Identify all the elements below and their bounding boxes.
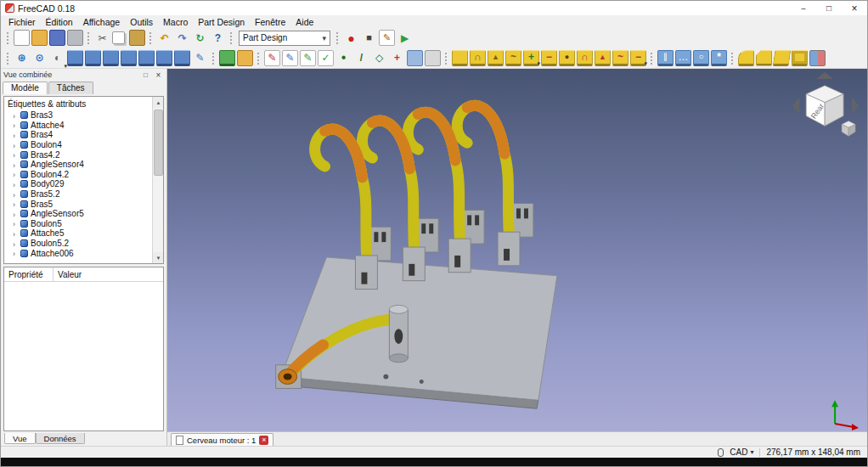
expand-chevron-icon[interactable] bbox=[13, 179, 20, 189]
new-document-icon[interactable] bbox=[14, 30, 30, 46]
expand-chevron-icon[interactable] bbox=[13, 169, 20, 179]
toolbar-grip[interactable] bbox=[211, 52, 216, 65]
subtractive-primitive-icon[interactable] bbox=[630, 50, 646, 66]
expand-chevron-icon[interactable] bbox=[13, 110, 20, 121]
workbench-selector[interactable]: Part Design bbox=[239, 31, 330, 46]
minimize-button[interactable] bbox=[791, 1, 816, 15]
tree-item[interactable]: Bras5 bbox=[4, 199, 163, 209]
view-left-icon[interactable] bbox=[174, 50, 190, 66]
tree-item[interactable]: Bras4.2 bbox=[4, 149, 163, 160]
print-icon[interactable] bbox=[67, 30, 83, 46]
whats-this-icon[interactable] bbox=[210, 30, 226, 46]
view-bottom-icon[interactable] bbox=[156, 50, 172, 66]
menu-aide[interactable]: Aide bbox=[290, 17, 318, 27]
map-sketch-icon[interactable] bbox=[300, 50, 316, 66]
fit-all-icon[interactable] bbox=[14, 50, 30, 66]
edit-sketch-icon[interactable] bbox=[282, 50, 298, 66]
tree-item[interactable]: Attache006 bbox=[4, 248, 163, 258]
toolbar-grip[interactable] bbox=[256, 52, 261, 65]
macro-execute-icon[interactable] bbox=[397, 30, 413, 46]
datum-line-icon[interactable] bbox=[353, 50, 369, 66]
maximize-button[interactable] bbox=[816, 1, 842, 15]
toolbar-grip[interactable] bbox=[87, 31, 91, 44]
tree-scrollbar[interactable] bbox=[152, 97, 163, 263]
tab-vue[interactable]: Vue bbox=[4, 433, 36, 444]
view-rear-icon[interactable] bbox=[138, 50, 155, 66]
tree-item[interactable]: Body029 bbox=[4, 179, 163, 189]
view-front-icon[interactable] bbox=[85, 50, 101, 66]
close-button[interactable] bbox=[842, 1, 867, 15]
value-column-header[interactable]: Valeur bbox=[54, 270, 82, 279]
paste-icon[interactable] bbox=[129, 30, 145, 46]
tab-taches[interactable]: Tâches bbox=[48, 82, 93, 94]
tree-item[interactable]: Boulon5 bbox=[4, 219, 163, 229]
tab-donnees[interactable]: Données bbox=[36, 433, 85, 444]
shape-binder-icon[interactable] bbox=[407, 50, 423, 66]
scroll-up-icon[interactable] bbox=[153, 97, 164, 108]
hole-icon[interactable] bbox=[559, 50, 575, 66]
tree-item[interactable]: Bras4 bbox=[4, 130, 163, 140]
toolbar-grip[interactable] bbox=[444, 52, 448, 65]
additive-pipe-icon[interactable] bbox=[505, 50, 521, 66]
multi-transform-icon[interactable] bbox=[711, 50, 727, 66]
toolbar-grip[interactable] bbox=[650, 52, 654, 65]
boolean-operation-icon[interactable] bbox=[809, 50, 826, 66]
tab-modele[interactable]: Modèle bbox=[3, 82, 48, 94]
menu-outils[interactable]: Outils bbox=[125, 17, 158, 27]
expand-chevron-icon[interactable] bbox=[13, 209, 20, 219]
menu-affichage[interactable]: Affichage bbox=[78, 17, 126, 27]
datum-point-icon[interactable] bbox=[335, 50, 352, 66]
menu-fenetre[interactable]: Fenêtre bbox=[250, 17, 290, 27]
create-group-icon[interactable] bbox=[237, 50, 253, 66]
tree-item[interactable]: Attache4 bbox=[4, 121, 163, 131]
document-tab[interactable]: Cerveau moteur : 1 bbox=[171, 433, 273, 446]
tree-item[interactable]: AngleSensor4 bbox=[4, 160, 163, 170]
menu-fichier[interactable]: Fichier bbox=[3, 17, 41, 27]
draw-style-icon[interactable] bbox=[49, 50, 65, 66]
panel-float-icon[interactable] bbox=[140, 71, 151, 79]
refresh-icon[interactable] bbox=[192, 30, 208, 46]
toolbar-grip[interactable] bbox=[730, 52, 735, 65]
expand-chevron-icon[interactable] bbox=[13, 189, 20, 200]
navigation-style-selector[interactable]: CAD bbox=[730, 447, 753, 457]
expand-chevron-icon[interactable] bbox=[13, 248, 20, 258]
chamfer-icon[interactable] bbox=[756, 50, 772, 66]
menu-edition[interactable]: Édition bbox=[41, 17, 78, 27]
expand-chevron-icon[interactable] bbox=[13, 140, 20, 150]
toolbar-grip[interactable] bbox=[229, 31, 234, 44]
view-top-icon[interactable] bbox=[103, 50, 119, 66]
datum-plane-icon[interactable] bbox=[371, 50, 387, 66]
fillet-icon[interactable] bbox=[738, 50, 754, 66]
macro-edit-icon[interactable] bbox=[379, 30, 395, 46]
expand-chevron-icon[interactable] bbox=[13, 160, 20, 170]
tree-item[interactable]: Boulon5.2 bbox=[4, 239, 163, 249]
tree-item[interactable]: Boulon4 bbox=[4, 140, 163, 150]
expand-chevron-icon[interactable] bbox=[13, 228, 20, 239]
additive-primitive-icon[interactable] bbox=[523, 50, 539, 66]
create-body-icon[interactable] bbox=[219, 50, 235, 66]
clone-icon[interactable] bbox=[425, 50, 441, 66]
toolbar-grip[interactable] bbox=[149, 31, 153, 44]
zoom-selection-icon[interactable] bbox=[31, 50, 48, 66]
3d-viewport[interactable]: Rear bbox=[167, 69, 867, 431]
validate-sketch-icon[interactable] bbox=[318, 50, 334, 66]
view-axonometric-icon[interactable] bbox=[67, 50, 83, 66]
polar-pattern-icon[interactable] bbox=[693, 50, 709, 66]
scrollbar-thumb[interactable] bbox=[154, 110, 163, 176]
revolution-icon[interactable] bbox=[470, 50, 486, 66]
macro-record-icon[interactable] bbox=[343, 30, 359, 46]
measure-icon[interactable] bbox=[192, 50, 208, 66]
tree-item[interactable]: Boulon4.2 bbox=[4, 170, 163, 180]
open-document-icon[interactable] bbox=[31, 30, 48, 46]
subtractive-pipe-icon[interactable] bbox=[612, 50, 628, 66]
toolbar-grip[interactable] bbox=[335, 31, 340, 44]
local-coordinate-system-icon[interactable] bbox=[389, 50, 405, 66]
create-sketch-icon[interactable] bbox=[264, 50, 280, 66]
tree-item[interactable]: Bras5.2 bbox=[4, 189, 163, 200]
thickness-icon[interactable] bbox=[792, 50, 808, 66]
linear-pattern-icon[interactable] bbox=[675, 50, 691, 66]
subtractive-loft-icon[interactable] bbox=[595, 50, 611, 66]
draft-icon[interactable] bbox=[773, 50, 792, 66]
document-close-icon[interactable] bbox=[259, 436, 268, 445]
view-right-icon[interactable] bbox=[121, 50, 137, 66]
